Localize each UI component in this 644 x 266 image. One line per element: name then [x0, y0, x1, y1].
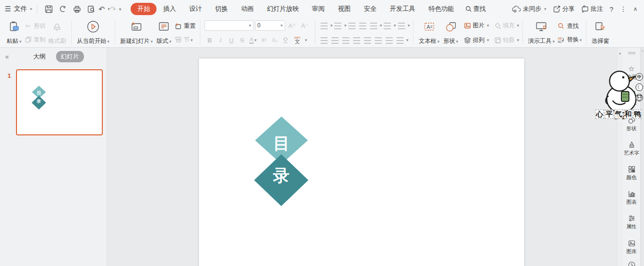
format-painter-button[interactable]: 格式刷 — [47, 20, 68, 46]
tab-devtools[interactable]: 开发工具 — [383, 3, 422, 15]
decrease-indent-icon[interactable] — [347, 22, 356, 29]
vertical-scrollbar[interactable]: ▲ — [617, 48, 623, 266]
cut-button[interactable]: ✂ 剪切 — [25, 21, 46, 31]
redo-button[interactable]: ↷ — [110, 5, 116, 14]
print-preview-icon[interactable] — [85, 3, 98, 15]
textbox-button[interactable]: A 文本框▾ — [417, 20, 441, 46]
new-slide-button[interactable]: 新建幻灯片▾ — [118, 20, 155, 46]
strikethrough-button[interactable]: S — [237, 35, 248, 45]
tab-home[interactable]: 开始 — [131, 3, 157, 15]
slide-canvas[interactable]: 目 录 — [199, 58, 524, 266]
panda-badge[interactable] — [636, 94, 643, 101]
sidebar-item-gallery[interactable]: 图库 — [623, 239, 640, 255]
share-button[interactable]: 分享 — [553, 5, 575, 13]
tab-slides-pane[interactable]: 幻灯片 — [56, 51, 84, 62]
file-menu[interactable]: 文件 ▾ — [14, 5, 32, 13]
sidebar-item-charts[interactable]: 图表 — [623, 190, 640, 206]
reset-button[interactable]: 重置 — [174, 21, 196, 31]
find-button[interactable]: 查找 — [465, 5, 486, 13]
sidebar-drag-handle[interactable] — [628, 52, 636, 54]
sync-status-button[interactable]: 未同步 ▾ — [512, 5, 546, 13]
collapse-ribbon-icon[interactable]: ∧ — [633, 6, 637, 12]
diamond-shape-bottom[interactable]: 录 — [254, 154, 308, 206]
chevron-down-icon[interactable]: ▾ — [305, 38, 307, 42]
tab-insert[interactable]: 插入 — [157, 3, 182, 15]
section-button[interactable]: 节▾ — [174, 34, 196, 45]
play-from-current-button[interactable]: 从当前开始▾ — [75, 20, 111, 46]
tab-special-features[interactable]: 特色功能 — [422, 3, 461, 15]
print-icon[interactable] — [71, 3, 83, 15]
save-icon[interactable] — [43, 3, 55, 15]
justify-icon[interactable] — [352, 37, 361, 44]
arrange-button[interactable]: 排列▾ — [464, 35, 489, 45]
redo-icon: ↷ — [110, 5, 116, 14]
sidebar-label: 颜色 — [627, 174, 637, 181]
align-right-icon[interactable] — [341, 37, 350, 44]
underline-button[interactable]: U — [226, 35, 237, 45]
help-button[interactable]: ? — [610, 5, 613, 13]
picture-button[interactable]: 图片▾ — [464, 20, 489, 31]
presentation-tools-button[interactable]: 演示工具▾ — [526, 20, 557, 46]
tab-transition[interactable]: 切换 — [208, 3, 234, 15]
more-options-icon[interactable]: ⋮ — [620, 5, 627, 13]
bullet-list-icon[interactable] — [320, 22, 329, 29]
tab-animation[interactable]: 动画 — [234, 3, 260, 15]
increase-font-icon[interactable]: A⁺ — [287, 21, 298, 30]
sidebar-item-properties[interactable]: 属性 — [623, 214, 640, 230]
customize-quick-access-icon[interactable]: ▾ — [119, 7, 121, 12]
sidebar-item-wordart[interactable]: 艺术字 — [623, 141, 640, 157]
phonetic-guide-button[interactable]: wén 文 — [291, 35, 304, 45]
copy-button[interactable]: 复制 — [25, 34, 46, 45]
italic-button[interactable]: I — [215, 35, 226, 45]
diamond-top-text: 目 — [273, 133, 290, 155]
undo-icon: ↶ — [99, 5, 105, 14]
align-center-icon[interactable] — [330, 37, 339, 44]
font-name-combobox[interactable]: ▾ — [205, 20, 254, 31]
fill-button[interactable]: 填充▾ — [494, 20, 519, 31]
font-color-button[interactable]: A▾ — [248, 35, 258, 45]
comment-button[interactable]: 批注 — [581, 5, 603, 13]
layout-button[interactable]: 版式▾ — [155, 20, 173, 46]
paste-button[interactable]: 粘贴▾ — [5, 20, 24, 46]
distribute-icon[interactable] — [363, 37, 372, 44]
paragraph-spacing-icon[interactable] — [385, 37, 394, 44]
sidebar-item-colors[interactable]: 颜色 — [623, 165, 640, 181]
scroll-up-icon[interactable]: ▲ — [617, 48, 623, 55]
undo-button[interactable]: ↶ ▾ — [99, 5, 110, 14]
clear-format-icon[interactable] — [281, 35, 291, 45]
convert-smartart-icon[interactable] — [397, 22, 406, 29]
subscript-button[interactable]: X₂ — [270, 35, 280, 45]
align-left-icon[interactable] — [320, 37, 329, 44]
outline-button[interactable]: 轮廓▾ — [494, 35, 519, 45]
transition-icon — [628, 90, 636, 99]
selection-pane-button[interactable]: 选择窗 — [590, 20, 611, 46]
superscript-button[interactable]: X² — [259, 35, 269, 45]
tab-review[interactable]: 审阅 — [305, 3, 331, 15]
ribbon-find-button[interactable]: 查找 — [557, 21, 582, 31]
chevron-down-icon: ▾ — [544, 7, 546, 11]
font-size-combobox[interactable]: 0 ▾ — [255, 20, 285, 31]
sidebar-item-partial[interactable] — [623, 260, 640, 266]
tab-slideshow[interactable]: 幻灯片放映 — [260, 3, 305, 15]
export-pdf-icon[interactable] — [57, 3, 69, 15]
line-spacing-icon[interactable] — [374, 37, 383, 44]
align-text-icon[interactable] — [383, 22, 392, 29]
tab-outline-pane[interactable]: 大纲 — [29, 51, 50, 62]
hamburger-menu-icon[interactable]: ☰ — [5, 5, 11, 13]
decrease-font-icon[interactable]: A⁻ — [299, 21, 311, 30]
list-settings-icon[interactable] — [396, 37, 405, 44]
tab-security[interactable]: 安全 — [357, 3, 383, 15]
replace-button[interactable]: AB AC 替换▾ — [557, 34, 582, 45]
text-direction-icon[interactable] — [369, 22, 378, 29]
ime-badge[interactable]: 中 — [636, 73, 643, 81]
tab-view[interactable]: 视图 — [331, 3, 357, 15]
tab-design[interactable]: 设计 — [182, 3, 208, 15]
bold-button[interactable]: B — [205, 35, 215, 45]
moon-badge[interactable]: ☾ — [636, 83, 643, 91]
increase-indent-icon[interactable] — [358, 22, 367, 29]
chevron-down-icon: ▾ — [344, 23, 347, 28]
play-icon — [87, 20, 99, 33]
slide-thumbnail[interactable]: 目 录 — [16, 69, 103, 135]
shapes-button[interactable]: 形状▾ — [441, 20, 460, 46]
numbered-list-icon[interactable] — [333, 22, 342, 29]
